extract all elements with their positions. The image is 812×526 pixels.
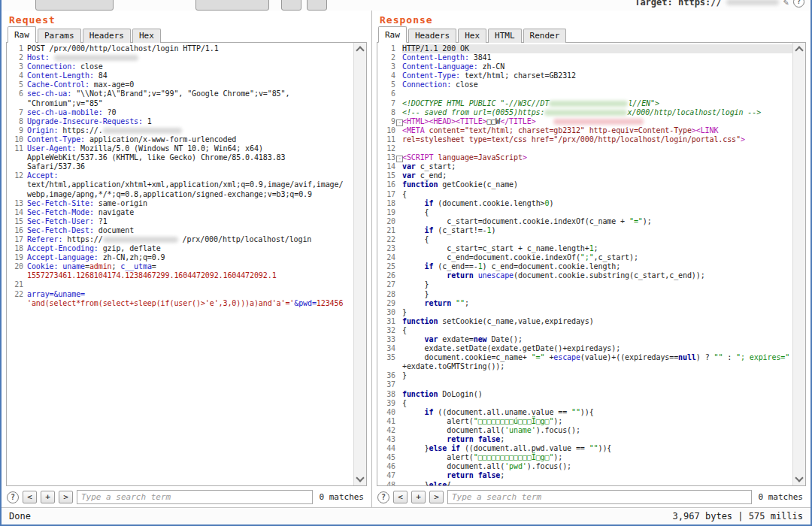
line-number: 48 — [377, 481, 395, 486]
tab-html[interactable]: HTML — [488, 29, 522, 43]
code-line: 17Referer: https:// /prx/000/http/localh… — [7, 235, 353, 244]
tab-headers[interactable]: Headers — [83, 29, 131, 43]
cancel-button-clipped[interactable] — [195, 0, 269, 11]
search-help-icon[interactable]: ? — [377, 491, 389, 503]
code-line: 18 if (document.cookie.length>0) — [377, 199, 792, 208]
search-input[interactable] — [77, 490, 313, 504]
line-number: 29 — [377, 299, 395, 308]
search-options-button[interactable]: + — [411, 491, 426, 503]
search-help-icon[interactable]: ? — [7, 491, 19, 503]
line-number: 17 — [377, 190, 395, 199]
target-bar: Target: https:// ✎ ? — [635, 0, 804, 8]
history-forward-button-clipped[interactable] — [307, 0, 327, 11]
scroll-down-icon[interactable] — [356, 473, 364, 482]
line-number: 42 — [377, 426, 395, 435]
history-back-button-clipped[interactable] — [281, 0, 301, 11]
code-line: 44 }else if ((document.all.pwd.value == … — [377, 444, 792, 453]
scroll-up-icon[interactable] — [795, 46, 803, 54]
code-line: 2Content-Length: 3841 — [377, 53, 792, 62]
line-number: 37 — [377, 380, 395, 389]
search-next-button[interactable]: > — [59, 491, 73, 503]
code-line: 32{ — [377, 326, 792, 335]
request-scrollbar[interactable] — [353, 43, 366, 485]
line-number: 16 — [377, 180, 395, 189]
help-icon[interactable]: ? — [793, 0, 804, 8]
line-number: 18 — [7, 244, 23, 253]
send-button-clipped[interactable] — [35, 0, 114, 11]
code-line: 7<!DOCTYPE HTML PUBLIC "-//W3C//DTl//EN"… — [377, 99, 792, 108]
line-number: 33 — [377, 335, 395, 344]
code-line: 13Sec-Fetch-Site: same-origin — [7, 199, 353, 208]
line-number: 27 — [377, 280, 395, 289]
line-number: 14 — [377, 162, 395, 171]
search-options-button[interactable]: + — [41, 491, 55, 503]
code-line: 22 { — [377, 235, 792, 244]
line-number: 41 — [377, 417, 395, 426]
code-line: 3Connection: close — [7, 62, 353, 71]
tab-raw[interactable]: Raw — [378, 26, 407, 43]
line-number: 3 — [7, 62, 23, 71]
code-line: 16Sec-Fetch-Dest: document — [7, 226, 353, 235]
code-line: 13-<SCRIPT language=JavaScript> — [377, 153, 792, 162]
tab-hex[interactable]: Hex — [132, 29, 161, 43]
search-prev-button[interactable]: < — [393, 491, 408, 503]
code-line: 42 document.all('uname').focus(); — [377, 426, 792, 435]
code-line: 12 — [377, 144, 792, 153]
scroll-up-icon[interactable] — [356, 46, 364, 54]
code-line: 11User-Agent: Mozilla/5.0 (Windows NT 10… — [7, 144, 353, 171]
line-number: 20 — [7, 262, 23, 280]
search-matches-label: 0 matches — [758, 492, 803, 502]
search-input[interactable] — [447, 490, 752, 504]
code-line: 23 c_start=c_start + c_name.length+1; — [377, 244, 792, 253]
code-line: 1POST /prx/000/http/localhost/login HTTP… — [7, 44, 353, 53]
code-line: 8Upgrade-Insecure-Requests: 1 — [7, 117, 353, 126]
tab-hex[interactable]: Hex — [458, 29, 486, 43]
tab-params[interactable]: Params — [38, 29, 81, 43]
line-number: 6 — [377, 89, 395, 98]
response-code-area[interactable]: 1HTTP/1.1 200 OK2Content-Length: 38413Co… — [377, 43, 792, 485]
target-label: Target: https:// — [635, 0, 722, 8]
line-number: 13 — [377, 153, 395, 162]
redaction-blur — [549, 101, 628, 107]
request-title: Request — [6, 11, 367, 29]
line-number: 4 — [7, 71, 23, 80]
tab-raw[interactable]: Raw — [8, 26, 36, 43]
line-number: 28 — [377, 290, 395, 299]
code-line: 10<META content="text/html; charset=gb23… — [377, 126, 792, 135]
code-line: 31function setCookie(c_name,value,expire… — [377, 317, 792, 326]
code-line: 12Accept: text/html,application/xhtml+xm… — [7, 171, 353, 198]
line-number: 35 — [377, 353, 395, 371]
request-code-area[interactable]: 1POST /prx/000/http/localhost/login HTTP… — [7, 43, 353, 485]
line-number: 34 — [377, 344, 395, 353]
response-scrollbar[interactable] — [792, 43, 805, 485]
scroll-down-icon[interactable] — [795, 473, 803, 482]
code-line: 4Content-Type: text/html; charset=GB2312 — [377, 71, 792, 80]
line-number: 13 — [7, 199, 23, 208]
line-number: 15 — [7, 217, 23, 226]
line-number: 43 — [377, 435, 395, 444]
code-line: 21 — [7, 280, 353, 289]
line-number: 8 — [7, 117, 23, 126]
line-number: 1 — [377, 44, 395, 53]
edit-target-icon[interactable]: ✎ — [783, 0, 789, 8]
code-line: 33 var exdate=new Date(); — [377, 335, 792, 344]
line-number: 4 — [377, 71, 395, 80]
line-number: 2 — [377, 53, 395, 62]
search-next-button[interactable]: > — [429, 491, 444, 503]
redaction-blur — [544, 110, 627, 116]
response-searchbar: ? < + > 0 matches — [377, 486, 806, 507]
redaction-blur — [103, 128, 182, 134]
line-number: 24 — [377, 253, 395, 262]
line-number: 30 — [377, 308, 395, 317]
line-number: 36 — [377, 371, 395, 380]
search-prev-button[interactable]: < — [23, 491, 37, 503]
code-line: 6sec-ch-ua: "\\Not;A\"Brand";v="99", "Go… — [7, 89, 353, 107]
response-editor: 1HTTP/1.1 200 OK2Content-Length: 38413Co… — [377, 42, 806, 486]
line-number: 7 — [7, 108, 23, 117]
line-number: 9 — [7, 126, 23, 135]
line-number: 19 — [377, 208, 395, 217]
tab-render[interactable]: Render — [523, 29, 567, 43]
line-number: 7 — [377, 99, 395, 108]
tab-headers[interactable]: Headers — [408, 29, 456, 43]
request-tabs: Raw Params Headers Hex — [6, 29, 367, 43]
